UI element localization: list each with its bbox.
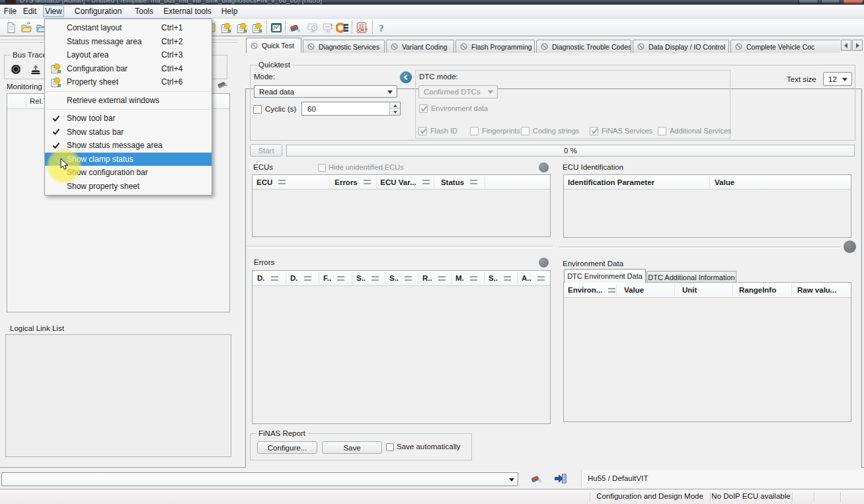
eraser-icon[interactable] (289, 22, 301, 34)
filter-icon[interactable] (278, 180, 286, 184)
close-button[interactable] (843, 0, 863, 4)
environment-data-table[interactable]: Environ... Value Unit RangeInfo Raw valu… (563, 282, 851, 422)
filter-icon[interactable] (405, 276, 412, 281)
spin-up-icon[interactable] (390, 102, 400, 109)
tab-diagnostic-services[interactable]: Diagnostic Services (303, 40, 385, 53)
column-separator[interactable] (709, 176, 710, 188)
column-separator[interactable] (791, 284, 792, 296)
start-button[interactable]: Start (250, 144, 282, 157)
stop-icon[interactable] (11, 64, 21, 76)
eject-icon[interactable] (30, 64, 41, 76)
status-message-combobox[interactable] (1, 472, 518, 486)
value-column-header[interactable]: Value (715, 178, 734, 186)
menu-external-tools[interactable]: External tools (160, 5, 215, 17)
filter-icon[interactable] (304, 276, 311, 281)
column-separator[interactable] (352, 272, 352, 284)
check-ok-report-icon[interactable]: OK? (356, 22, 368, 34)
column-separator[interactable] (376, 176, 377, 188)
ecu-identification-table[interactable]: Identification Parameter Value (563, 174, 851, 238)
filter-icon[interactable] (372, 276, 379, 281)
column-separator[interactable] (434, 176, 434, 188)
screen-share-icon[interactable] (322, 22, 334, 34)
errors-column-header[interactable]: Errors (334, 178, 358, 186)
errors-column-header[interactable]: F.. (323, 274, 331, 282)
cyclic-checkbox[interactable] (253, 105, 262, 114)
horizontal-splitter[interactable] (559, 246, 841, 249)
menu-item-configuration-bar[interactable]: Configuration barCtrl+4 (45, 62, 212, 76)
maximize-button[interactable] (821, 0, 840, 4)
connect-channel-icon[interactable] (554, 473, 567, 486)
tab-scroll-left-button[interactable] (841, 40, 851, 51)
configure-button[interactable]: Configure... (257, 441, 317, 454)
spinner-buttons[interactable] (389, 102, 400, 115)
ecu-variant-column-header[interactable]: ECU Var... (380, 178, 416, 186)
otx-logo-icon[interactable] (336, 22, 348, 34)
tab-scroll-right-button[interactable] (852, 40, 863, 51)
tab-flash-programming[interactable]: Flash Programming (455, 40, 535, 53)
column-separator[interactable] (329, 176, 330, 188)
clear-monitor-eraser-icon[interactable] (216, 79, 229, 91)
unit-column-header[interactable]: Unit (682, 286, 697, 294)
menu-item-show-tool-bar[interactable]: Show tool bar (45, 112, 212, 126)
help-icon[interactable]: ? (377, 22, 387, 34)
configuration-sheet-icon[interactable] (236, 22, 248, 34)
menu-configuration[interactable]: Configuration (69, 5, 128, 17)
tab-complete-vehicle-coding[interactable]: Complete Vehicle Coc (730, 40, 840, 53)
configuration-bar-icon[interactable] (220, 22, 232, 34)
column-separator[interactable] (732, 284, 733, 296)
text-size-select[interactable]: 12 (823, 72, 852, 86)
collapse-panel-button[interactable] (400, 71, 412, 83)
value-column-header[interactable]: Value (624, 286, 644, 294)
menu-item-status-message-area[interactable]: Status message areaCtrl+2 (45, 35, 212, 49)
screen-clock-icon[interactable] (307, 22, 319, 34)
ecus-table[interactable]: ECU Errors ECU Var... Status (252, 174, 551, 237)
ecu-column-header[interactable]: ECU (256, 178, 272, 186)
tab-variant-coding[interactable]: Variant Coding (386, 40, 454, 53)
column-separator[interactable] (674, 284, 675, 296)
column-separator[interactable] (385, 272, 385, 284)
errors-column-header[interactable]: A.. (522, 274, 531, 282)
errors-column-header[interactable]: S.. (489, 274, 498, 282)
tab-data-display-io-control[interactable]: Data Display / IO Control (633, 40, 729, 53)
filter-icon[interactable] (337, 276, 344, 281)
mode-select[interactable]: Read data (254, 85, 397, 98)
raw-value-column-header[interactable]: Raw valu... (797, 286, 836, 294)
column-separator[interactable] (517, 272, 518, 284)
menu-view[interactable]: View (43, 5, 64, 17)
filter-icon[interactable] (504, 276, 511, 281)
filter-icon[interactable] (422, 180, 430, 184)
filter-icon[interactable] (470, 276, 477, 281)
rangeinfo-column-header[interactable]: RangeInfo (739, 286, 776, 294)
chart-monitor-icon[interactable] (270, 22, 282, 34)
environment-column-header[interactable]: Environ... (568, 286, 602, 294)
tab-diagnostic-trouble-codes[interactable]: Diagnostic Trouble Codes (536, 40, 631, 53)
save-automatically-checkbox[interactable] (386, 443, 394, 451)
column-separator[interactable] (319, 272, 319, 284)
filter-icon[interactable] (470, 180, 477, 184)
filter-icon[interactable] (608, 288, 615, 293)
tab-dtc-additional-information[interactable]: DTC Additional Information (647, 271, 736, 283)
errors-column-header[interactable]: M. (455, 274, 464, 282)
menu-help[interactable]: Help (218, 5, 241, 17)
spin-down-icon[interactable] (390, 109, 400, 115)
column-separator[interactable] (286, 272, 286, 284)
logical-link-list[interactable] (5, 334, 231, 457)
filter-icon[interactable] (364, 180, 371, 184)
save-button[interactable]: Save (322, 441, 382, 454)
identification-parameter-column-header[interactable]: Identification Parameter (568, 178, 654, 186)
menu-item-show-status-bar[interactable]: Show status bar (45, 126, 212, 139)
errors-column-header[interactable]: D. (257, 274, 265, 282)
tab-dtc-environment-data[interactable]: DTC Environment Data (564, 269, 646, 283)
menu-item-retrieve-external-windows[interactable]: Retrieve external windows (45, 94, 212, 108)
errors-column-header[interactable]: S.. (356, 274, 366, 282)
column-separator[interactable] (484, 272, 485, 284)
filter-icon[interactable] (271, 276, 278, 281)
tab-quick-test[interactable]: Quick Test (246, 38, 301, 53)
filter-icon[interactable] (438, 276, 446, 281)
horizontal-splitter[interactable] (247, 246, 553, 248)
column-separator[interactable] (451, 272, 452, 284)
clear-messages-eraser-icon[interactable] (530, 474, 542, 486)
column-separator[interactable] (418, 272, 418, 284)
column-separator[interactable] (485, 176, 485, 188)
menu-item-constant-layout[interactable]: Constant layoutCtrl+1 (45, 21, 212, 35)
